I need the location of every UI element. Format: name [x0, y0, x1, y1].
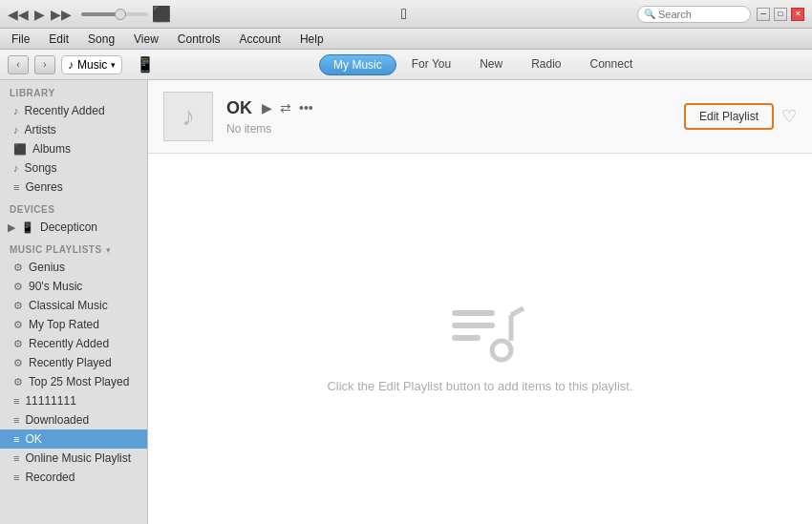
- sidebar-label-online-music: Online Music Playlist: [25, 451, 131, 465]
- device-icon: 📱: [21, 221, 34, 234]
- sidebar-item-recently-added[interactable]: ♪ Recently Added: [0, 101, 147, 120]
- menu-view[interactable]: View: [130, 31, 162, 48]
- sidebar-item-albums[interactable]: ⬛ Albums: [0, 139, 147, 158]
- downloaded-icon: ≡: [13, 414, 19, 426]
- albums-icon: ⬛: [13, 143, 27, 156]
- no-items-label: No items: [226, 122, 684, 136]
- svg-line-5: [511, 308, 524, 315]
- sidebar-label-90s: 90's Music: [29, 280, 82, 293]
- title-bar: ◀◀ ▶ ▶▶ ⬛  🔍 ─ □ ✕: [0, 0, 812, 29]
- devices-section-title: Devices: [0, 197, 147, 218]
- sidebar-item-top-rated[interactable]: ⚙ My Top Rated: [0, 315, 147, 334]
- playlists-chevron-icon: ▾: [106, 245, 111, 255]
- music-note-icon: ♪: [68, 58, 74, 72]
- sidebar-label-genres: Genres: [25, 180, 62, 194]
- sidebar-label-11111111: 11111111: [25, 394, 75, 408]
- genres-icon: ≡: [13, 181, 19, 193]
- chevron-down-icon: ▾: [111, 60, 116, 70]
- recently-played-icon: ⚙: [13, 357, 23, 369]
- sidebar-label-downloaded: Downloaded: [25, 413, 89, 427]
- sidebar-item-downloaded[interactable]: ≡ Downloaded: [0, 410, 147, 430]
- apple-logo: : [171, 6, 637, 23]
- menu-help[interactable]: Help: [296, 31, 328, 48]
- search-icon: 🔍: [644, 9, 655, 19]
- track-title: OK: [226, 98, 252, 118]
- menu-controls[interactable]: Controls: [174, 31, 224, 48]
- nav-tabs: My Music For You New Radio Connect: [160, 54, 804, 75]
- playlists-section-header[interactable]: Music Playlists ▾: [0, 237, 147, 258]
- airplay-button[interactable]: ⬛: [152, 5, 171, 23]
- svg-rect-1: [452, 323, 495, 328]
- window-buttons: ─ □ ✕: [757, 8, 804, 21]
- online-music-icon: ≡: [13, 452, 19, 464]
- sidebar-item-recorded[interactable]: ≡ Recorded: [0, 468, 147, 487]
- minimize-button[interactable]: ─: [757, 8, 770, 21]
- sidebar: Library ♪ Recently Added ♪ Artists ⬛ Alb…: [0, 80, 148, 524]
- track-name: OK ▶ ⇄ •••: [226, 98, 684, 118]
- sidebar-item-decepticon[interactable]: ▶ 📱 Decepticon: [0, 218, 147, 237]
- header-right: Edit Playlist ♡: [684, 103, 797, 130]
- play-track-button[interactable]: ▶: [262, 100, 272, 115]
- svg-point-3: [492, 341, 511, 360]
- restore-button[interactable]: □: [774, 8, 787, 21]
- mobile-device-icon[interactable]: 📱: [136, 55, 155, 73]
- shuffle-button[interactable]: ⇄: [280, 100, 291, 115]
- sidebar-label-classical: Classical Music: [29, 299, 108, 312]
- sidebar-item-recently-played[interactable]: ⚙ Recently Played: [0, 353, 147, 372]
- playlists-section-title: Music Playlists: [10, 244, 102, 255]
- svg-rect-2: [452, 335, 481, 341]
- recently-added-pl-icon: ⚙: [13, 338, 23, 350]
- back-button[interactable]: ◀◀: [8, 7, 29, 22]
- menu-account[interactable]: Account: [236, 31, 285, 48]
- recorded-icon: ≡: [13, 472, 19, 483]
- sidebar-label-genius: Genius: [29, 261, 65, 274]
- forward-button[interactable]: ▶▶: [51, 7, 72, 22]
- search-input[interactable]: [658, 9, 744, 20]
- svg-rect-0: [452, 310, 495, 316]
- sidebar-item-online-music[interactable]: ≡ Online Music Playlist: [0, 449, 147, 468]
- sidebar-item-90s-music[interactable]: ⚙ 90's Music: [0, 277, 147, 296]
- device-arrow-icon: ▶: [8, 221, 15, 234]
- menu-edit[interactable]: Edit: [45, 31, 73, 48]
- nav-bar: ‹ › ♪ Music ▾ 📱 My Music For You New Rad…: [0, 50, 812, 80]
- favorite-button[interactable]: ♡: [781, 106, 797, 127]
- sidebar-label-albums: Albums: [32, 142, 71, 156]
- menu-song[interactable]: Song: [84, 31, 118, 48]
- 90s-music-icon: ⚙: [13, 281, 23, 293]
- tab-my-music[interactable]: My Music: [319, 54, 396, 75]
- sidebar-item-classical[interactable]: ⚙ Classical Music: [0, 296, 147, 315]
- tab-for-you[interactable]: For You: [398, 54, 464, 75]
- nav-back-button[interactable]: ‹: [8, 55, 29, 74]
- sidebar-item-11111111[interactable]: ≡ 11111111: [0, 391, 147, 410]
- sidebar-label-recently-added: Recently Added: [25, 104, 105, 117]
- top-rated-icon: ⚙: [13, 319, 23, 331]
- sidebar-item-top25[interactable]: ⚙ Top 25 Most Played: [0, 372, 147, 391]
- play-button[interactable]: ▶: [34, 7, 45, 22]
- album-art: ♪: [163, 92, 213, 141]
- sidebar-label-top25: Top 25 Most Played: [29, 375, 129, 388]
- music-selector[interactable]: ♪ Music ▾: [61, 55, 122, 74]
- volume-slider[interactable]: [81, 12, 148, 16]
- sidebar-item-songs[interactable]: ♪ Songs: [0, 158, 147, 178]
- sidebar-label-recently-played: Recently Played: [29, 356, 112, 369]
- sidebar-item-genius[interactable]: ⚙ Genius: [0, 258, 147, 277]
- empty-state: Click the Edit Playlist button to add it…: [148, 154, 812, 524]
- library-section-title: Library: [0, 80, 147, 101]
- sidebar-item-ok[interactable]: ≡ OK: [0, 430, 147, 449]
- track-controls: ▶ ⇄ •••: [262, 100, 313, 115]
- close-button[interactable]: ✕: [791, 8, 804, 21]
- search-box[interactable]: 🔍: [637, 6, 751, 23]
- menu-file[interactable]: File: [8, 31, 33, 48]
- sidebar-item-artists[interactable]: ♪ Artists: [0, 120, 147, 139]
- sidebar-item-recently-added-pl[interactable]: ⚙ Recently Added: [0, 334, 147, 353]
- tab-radio[interactable]: Radio: [518, 54, 574, 75]
- edit-playlist-button[interactable]: Edit Playlist: [684, 103, 774, 130]
- sidebar-label-decepticon: Decepticon: [40, 220, 97, 234]
- sidebar-item-genres[interactable]: ≡ Genres: [0, 178, 147, 197]
- nav-forward-button[interactable]: ›: [34, 55, 55, 74]
- more-options-button[interactable]: •••: [299, 100, 313, 115]
- volume-knob: [115, 9, 126, 20]
- tab-new[interactable]: New: [466, 54, 516, 75]
- tab-connect[interactable]: Connect: [577, 54, 647, 75]
- album-art-note-icon: ♪: [182, 101, 195, 132]
